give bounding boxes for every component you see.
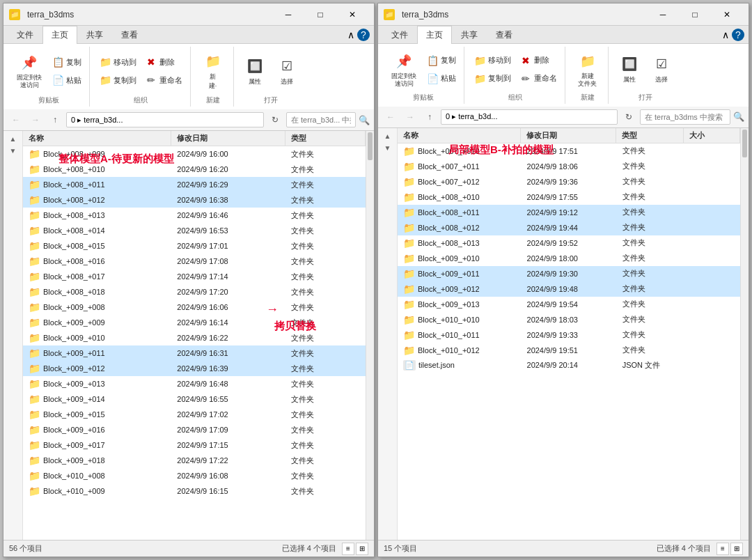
right-file-row[interactable]: 📁 Block_+009_+012 2024/9/9 19:48 文件夹 bbox=[398, 281, 740, 297]
left-file-row[interactable]: 📁 Block_+009_+018 2024/9/9 17:22 文件夹 bbox=[23, 453, 366, 468]
left-file-row[interactable]: 📁 Block_+009_+015 2024/9/9 17:02 文件夹 bbox=[23, 407, 366, 422]
right-minimize-button[interactable]: ─ bbox=[647, 4, 679, 25]
left-file-row[interactable]: 📁 Block_+009_+012 2024/9/9 16:39 文件夹 bbox=[23, 361, 366, 376]
left-file-row[interactable]: 📁 Block_+009_+016 2024/9/9 17:09 文件夹 bbox=[23, 422, 366, 437]
right-btn-pin[interactable]: 📌 固定到快速访问 bbox=[386, 48, 421, 91]
right-tab-view[interactable]: 查看 bbox=[487, 26, 522, 44]
right-btn-paste[interactable]: 📄 粘贴 bbox=[423, 70, 460, 87]
right-col-date[interactable]: 修改日期 bbox=[521, 128, 616, 143]
left-btn-copy[interactable]: 📋 复制 bbox=[48, 54, 85, 70]
left-btn-select[interactable]: ☑ 选择 bbox=[272, 53, 302, 90]
left-file-row[interactable]: 📁 Block_+009_+011 2024/9/9 16:31 文件夹 bbox=[23, 345, 366, 361]
left-view-grid[interactable]: ⊞ bbox=[356, 543, 368, 555]
left-file-row[interactable]: 📁 Block_+008_+015 2024/9/9 17:01 文件夹 bbox=[23, 238, 366, 254]
left-close-button[interactable]: ✕ bbox=[336, 4, 368, 25]
right-file-row[interactable]: 📁 Block_+007_+010 2024/9/9 17:51 文件夹 bbox=[398, 143, 740, 159]
right-file-row[interactable]: 📁 Block_+009_+010 2024/9/9 18:00 文件夹 bbox=[398, 251, 740, 266]
right-file-row[interactable]: 📁 Block_+010_+011 2024/9/9 19:33 文件夹 bbox=[398, 327, 740, 343]
left-file-row[interactable]: 📁 Block_+009_+009 2024/9/9 16:14 文件夹 bbox=[23, 315, 366, 330]
left-view-list[interactable]: ≡ bbox=[342, 543, 354, 555]
left-tab-share[interactable]: 共享 bbox=[77, 26, 112, 44]
left-file-row[interactable]: 📁 Block_+009_+010 2024/9/9 16:22 文件夹 bbox=[23, 330, 366, 345]
right-view-list[interactable]: ≡ bbox=[716, 543, 729, 555]
right-btn-rename[interactable]: ✏ 重命名 bbox=[516, 70, 561, 87]
left-address-input[interactable] bbox=[66, 112, 264, 127]
right-file-row[interactable]: 📁 Block_+009_+011 2024/9/9 19:30 文件夹 bbox=[398, 266, 740, 281]
right-col-type[interactable]: 类型 bbox=[616, 128, 684, 143]
left-btn-pin[interactable]: 📌 固定到快速访问 bbox=[12, 49, 47, 93]
left-tab-home[interactable]: 主页 bbox=[42, 26, 77, 44]
left-col-date[interactable]: 修改日期 bbox=[171, 131, 285, 146]
right-file-row[interactable]: 📁 Block_+007_+012 2024/9/9 19:36 文件夹 bbox=[398, 174, 740, 189]
left-btn-new[interactable]: 📁 新建· bbox=[198, 48, 228, 94]
right-file-row[interactable]: 📁 Block_+008_+012 2024/9/9 19:44 文件夹 bbox=[398, 220, 740, 235]
left-file-row[interactable]: 📁 Block_+008_+010 2024/9/9 16:20 文件夹 bbox=[23, 162, 366, 177]
left-collapse-ribbon[interactable]: ∧ bbox=[347, 29, 354, 40]
right-sidebar-down[interactable]: ▼ bbox=[383, 143, 393, 153]
left-tab-view[interactable]: 查看 bbox=[112, 26, 147, 44]
left-sidebar-down[interactable]: ▼ bbox=[8, 146, 18, 156]
right-btn-new-folder[interactable]: 📁 新建文件夹 bbox=[572, 48, 603, 91]
left-btn-properties[interactable]: 🔲 属性 bbox=[240, 53, 270, 90]
left-scrollbar[interactable] bbox=[366, 131, 374, 540]
right-file-row[interactable]: 📁 Block_+010_+010 2024/9/9 18:03 文件夹 bbox=[398, 312, 740, 327]
left-file-row[interactable]: 📁 Block_+008_+009 2024/9/9 16:00 文件夹 bbox=[23, 146, 366, 162]
right-file-row[interactable]: 📁 Block_+008_+010 2024/9/9 17:55 文件夹 bbox=[398, 189, 740, 205]
right-scrollbar[interactable] bbox=[740, 128, 749, 540]
left-btn-rename[interactable]: ✏ 重命名 bbox=[141, 72, 186, 88]
right-search-input[interactable] bbox=[640, 109, 730, 125]
left-file-row[interactable]: 📁 Block_+009_+013 2024/9/9 16:48 文件夹 bbox=[23, 376, 366, 391]
right-btn-copyto[interactable]: 📁 复制到 bbox=[470, 70, 515, 87]
right-btn-copy[interactable]: 📋 复制 bbox=[423, 52, 460, 69]
left-btn-move[interactable]: 📁 移动到 bbox=[95, 54, 140, 70]
right-forward-button[interactable]: → bbox=[402, 109, 418, 125]
left-file-row[interactable]: 📁 Block_+009_+008 2024/9/9 16:06 文件夹 bbox=[23, 300, 366, 315]
right-col-name[interactable]: 名称 bbox=[398, 128, 521, 143]
right-file-row[interactable]: 📁 Block_+008_+013 2024/9/9 19:52 文件夹 bbox=[398, 235, 740, 251]
right-refresh-button[interactable]: ↻ bbox=[620, 109, 637, 125]
right-close-button[interactable]: ✕ bbox=[711, 4, 743, 25]
right-tab-home[interactable]: 主页 bbox=[417, 26, 452, 44]
right-up-button[interactable]: ↑ bbox=[421, 109, 438, 125]
left-file-row[interactable]: 📁 Block_+008_+011 2024/9/9 16:29 文件夹 bbox=[23, 177, 366, 192]
left-file-row[interactable]: 📁 Block_+008_+017 2024/9/9 17:14 文件夹 bbox=[23, 269, 366, 284]
left-col-name[interactable]: 名称 bbox=[23, 131, 171, 146]
left-file-row[interactable]: 📁 Block_+008_+012 2024/9/9 16:38 文件夹 bbox=[23, 192, 366, 208]
left-col-type[interactable]: 类型 bbox=[285, 131, 366, 146]
right-file-row[interactable]: 📁 Block_+009_+013 2024/9/9 19:54 文件夹 bbox=[398, 297, 740, 312]
left-search-input[interactable] bbox=[286, 112, 356, 127]
right-file-row[interactable]: 📁 Block_+007_+011 2024/9/9 18:06 文件夹 bbox=[398, 159, 740, 174]
right-view-grid[interactable]: ⊞ bbox=[730, 543, 743, 555]
right-btn-select[interactable]: ☑ 选择 bbox=[646, 51, 677, 88]
right-sidebar-up[interactable]: ▲ bbox=[383, 131, 393, 141]
left-file-row[interactable]: 📁 Block_+008_+018 2024/9/9 17:20 文件夹 bbox=[23, 284, 366, 300]
right-file-row[interactable]: 📁 Block_+010_+012 2024/9/9 19:51 文件夹 bbox=[398, 343, 740, 358]
left-forward-button[interactable]: → bbox=[27, 111, 44, 128]
left-help-button[interactable]: ? bbox=[357, 29, 370, 41]
right-scrollbar-thumb[interactable] bbox=[742, 130, 747, 157]
right-tab-file[interactable]: 文件 bbox=[382, 26, 417, 44]
right-col-size[interactable]: 大小 bbox=[684, 128, 740, 143]
left-file-row[interactable]: 📁 Block_+009_+014 2024/9/9 16:55 文件夹 bbox=[23, 391, 366, 407]
right-search-icon[interactable]: 🔍 bbox=[733, 111, 744, 122]
left-btn-copyto[interactable]: 📁 复制到 bbox=[95, 72, 140, 88]
left-refresh-button[interactable]: ↻ bbox=[267, 111, 283, 128]
left-file-row[interactable]: 📁 Block_+010_+008 2024/9/9 16:08 文件夹 bbox=[23, 468, 366, 483]
left-tab-file[interactable]: 文件 bbox=[8, 26, 42, 44]
left-back-button[interactable]: ← bbox=[8, 111, 24, 128]
right-btn-delete[interactable]: ✖ 删除 bbox=[516, 52, 561, 69]
left-file-row[interactable]: 📁 Block_+009_+017 2024/9/9 17:15 文件夹 bbox=[23, 437, 366, 453]
left-file-row[interactable]: 📁 Block_+010_+009 2024/9/9 16:15 文件夹 bbox=[23, 483, 366, 499]
left-scrollbar-thumb[interactable] bbox=[368, 132, 373, 160]
right-collapse-ribbon[interactable]: ∧ bbox=[722, 29, 729, 40]
right-file-row[interactable]: 📁 Block_+008_+011 2024/9/9 19:12 文件夹 bbox=[398, 205, 740, 220]
right-address-input[interactable] bbox=[441, 109, 618, 125]
left-maximize-button[interactable]: □ bbox=[304, 4, 336, 25]
left-btn-delete[interactable]: ✖ 删除 bbox=[141, 54, 186, 70]
left-up-button[interactable]: ↑ bbox=[47, 111, 63, 128]
left-file-row[interactable]: 📁 Block_+008_+016 2024/9/9 17:08 文件夹 bbox=[23, 254, 366, 269]
left-search-icon[interactable]: 🔍 bbox=[359, 115, 370, 125]
left-minimize-button[interactable]: ─ bbox=[272, 4, 304, 25]
right-tab-share[interactable]: 共享 bbox=[452, 26, 487, 44]
left-btn-paste[interactable]: 📄 粘贴 bbox=[48, 72, 85, 88]
